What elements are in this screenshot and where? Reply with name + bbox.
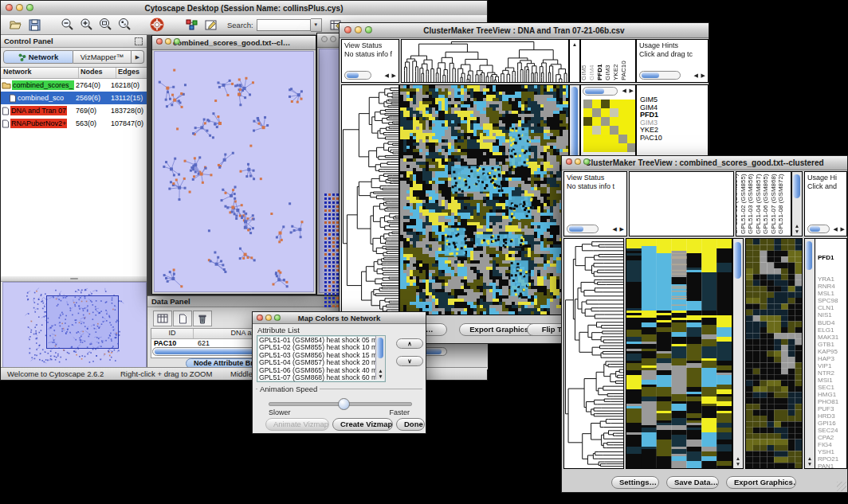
minimize-icon[interactable] [330, 36, 336, 42]
tab-vizmapper[interactable]: VizMapper™ [73, 50, 132, 64]
usage-hscrollbar[interactable] [639, 71, 681, 80]
delete-attribute-icon[interactable] [193, 311, 212, 326]
zoom-hscrollbar[interactable] [583, 87, 618, 96]
scroll-left-icon[interactable]: ◀ [834, 226, 838, 232]
panel-splitter[interactable] [1, 276, 147, 282]
scroll-up-icon[interactable]: ▲ [570, 41, 579, 47]
minimize-icon[interactable] [16, 4, 23, 11]
zoom-window-icon[interactable] [174, 38, 180, 45]
genelist-vscrollbar[interactable]: ▲ ▼ [805, 239, 815, 468]
animate-vizmap-button[interactable]: Animate Vizmap [265, 418, 329, 431]
search-dropdown-button[interactable]: ▼ [311, 18, 322, 32]
new-attribute-icon[interactable] [173, 311, 192, 326]
vizmap-icon[interactable] [183, 17, 202, 33]
annotation-icon[interactable] [202, 17, 221, 33]
zoom-window-icon[interactable] [365, 26, 372, 33]
move-down-button[interactable]: ∨ [396, 356, 423, 366]
minimize-icon[interactable] [165, 38, 171, 45]
zoom-selected-icon[interactable] [116, 17, 135, 33]
view-status-hscrollbar[interactable] [344, 71, 371, 80]
close-icon[interactable] [566, 158, 572, 165]
heatmap-vscrollbar[interactable]: ▲ ▼ [732, 238, 744, 469]
window-controls[interactable] [257, 315, 281, 321]
export-graphics-button[interactable]: Export Graphics… [726, 476, 796, 489]
treeview2-titlebar[interactable]: ClusterMaker TreeView : combined_scores_… [562, 156, 847, 170]
view-status-hscrollbar[interactable] [567, 225, 599, 233]
close-icon[interactable] [6, 4, 13, 11]
gene-list[interactable]: YRA1 RNR4 MSL1 SPC98 CLN1 NIS1 BUD4 ELG1… [818, 275, 838, 469]
float-panel-icon[interactable] [135, 37, 143, 45]
move-up-button[interactable]: ∧ [396, 338, 423, 349]
minimize-icon[interactable] [265, 315, 272, 321]
scroll-right-icon[interactable]: ▶ [392, 72, 396, 79]
network-overview-panel[interactable] [2, 282, 147, 369]
column-dendrogram[interactable] [402, 40, 568, 82]
zoom-fit-icon[interactable] [96, 17, 116, 33]
dialog-titlebar[interactable]: Map Colors to Network [253, 312, 426, 324]
usage-hscrollbar[interactable] [807, 225, 830, 233]
search-input[interactable] [257, 19, 311, 31]
treeview1-titlebar[interactable]: ClusterMaker TreeView : DNA and Tran 07-… [340, 23, 709, 38]
scroll-down-icon[interactable]: ▼ [376, 373, 385, 379]
done-button[interactable]: Done [396, 418, 425, 431]
open-file-icon[interactable] [6, 17, 25, 33]
create-vizmap-button[interactable]: Create Vizmap [332, 418, 393, 431]
speed-slider-thumb[interactable] [338, 398, 350, 410]
zoom-out-icon[interactable] [58, 17, 77, 33]
list-vscrollbar[interactable]: ▲ ▼ [375, 336, 385, 380]
network1-titlebar[interactable]: combined_scores_good.txt--cluste... [152, 36, 316, 50]
close-icon[interactable] [321, 36, 328, 42]
network-canvas[interactable] [155, 52, 313, 291]
save-data-button[interactable]: Save Data… [666, 476, 719, 489]
scroll-right-icon[interactable]: ▶ [841, 226, 845, 232]
scroll-up-icon[interactable]: ▲ [805, 455, 815, 461]
network-row[interactable]: combined_scores_ 2764(0) 16218(0) [1, 79, 147, 92]
attribute-listbox[interactable]: GPL51-01 (GSM854) heat shock 05 min GPL5… [257, 335, 386, 382]
scroll-right-icon[interactable]: ▶ [701, 72, 705, 79]
network-row-selected[interactable]: combined_sco 2569(6) 13112(15) [1, 92, 147, 104]
window-controls[interactable] [156, 38, 180, 45]
scroll-left-icon[interactable]: ◀ [622, 88, 626, 94]
zoom-window-icon[interactable] [274, 315, 281, 321]
scroll-left-icon[interactable]: ◀ [385, 72, 389, 79]
scroll-down-icon[interactable]: ▼ [805, 461, 815, 467]
network-row[interactable]: DNA and Tran 07 769(0) 183728(0) [1, 104, 147, 117]
heatmap-canvas[interactable] [400, 85, 568, 315]
resize-grip[interactable] [837, 482, 846, 491]
heatmap-canvas[interactable] [626, 239, 732, 468]
zoom-window-icon[interactable] [26, 4, 33, 11]
scroll-right-icon[interactable]: ▶ [620, 226, 624, 232]
help-icon[interactable] [147, 17, 167, 33]
tab-network[interactable]: Network [3, 50, 73, 64]
main-titlebar[interactable]: Cytoscape Desktop (Session Name: collins… [1, 1, 487, 16]
window-controls[interactable] [566, 158, 590, 165]
gene-label[interactable]: PAC10 [640, 135, 708, 143]
attribute-item[interactable]: GPL51-07 (GSM868) heat shock 60 min [259, 374, 385, 381]
scroll-down-icon[interactable]: ▼ [733, 461, 743, 467]
labels-vscrollbar[interactable]: ▲ ▼ [791, 171, 803, 236]
scroll-left-icon[interactable]: ◀ [694, 72, 698, 79]
minimize-icon[interactable] [355, 26, 362, 33]
save-session-icon[interactable] [25, 17, 44, 33]
row-dendrogram[interactable] [342, 85, 398, 315]
zoom-in-icon[interactable] [77, 17, 96, 33]
overview-canvas[interactable] [3, 283, 144, 367]
scroll-left-icon[interactable]: ◀ [613, 226, 617, 232]
close-icon[interactable] [257, 315, 263, 321]
window-controls[interactable] [344, 26, 372, 33]
speed-slider-track[interactable] [269, 402, 412, 406]
close-icon[interactable] [344, 26, 351, 33]
zoom-heatmap-canvas[interactable] [746, 239, 802, 468]
scroll-down-icon[interactable]: ▼ [792, 229, 802, 234]
zoom-window-icon[interactable] [583, 158, 590, 165]
window-controls[interactable] [6, 4, 33, 11]
settings-button[interactable]: Settings… [611, 476, 659, 489]
scroll-up-icon[interactable]: ▲ [376, 368, 385, 373]
minimize-icon[interactable] [575, 158, 581, 165]
network-row[interactable]: RNAPuberNov2+ 563(0) 107847(0) [1, 117, 147, 130]
row-dendrogram[interactable] [564, 239, 623, 468]
tab-overflow-button[interactable]: ▶ [132, 50, 144, 64]
scroll-up-icon[interactable]: ▲ [733, 455, 743, 461]
tv1-mini-heatmap[interactable] [583, 100, 636, 152]
scroll-up-icon[interactable]: ▲ [792, 223, 802, 229]
